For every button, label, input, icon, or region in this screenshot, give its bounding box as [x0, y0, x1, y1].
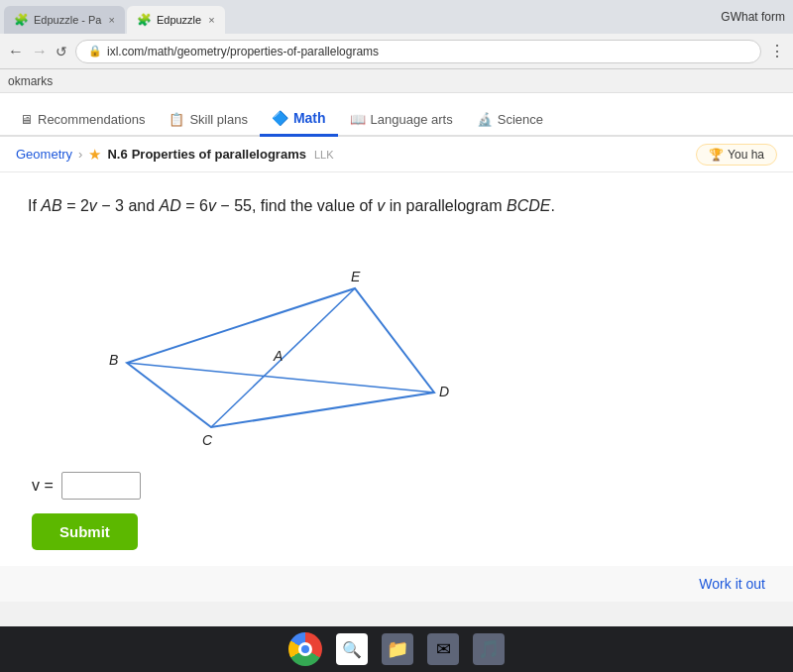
label-E: E	[351, 269, 361, 284]
tab-math[interactable]: 🔷 Math	[260, 102, 338, 137]
problem-text: If AB = 2v − 3 and AD = 6v − 55, find th…	[28, 194, 765, 218]
science-icon: 🔬	[477, 112, 493, 127]
tab-label: Edpuzzle - Pa	[34, 14, 101, 26]
bookmarks-bar: okmarks	[0, 69, 793, 93]
parallelogram-diagram: B C D E A	[48, 234, 464, 452]
work-it-out-link[interactable]: Work it out	[699, 576, 765, 592]
reload-button[interactable]: ↺	[56, 44, 67, 59]
tab-icon: 🧩	[14, 13, 29, 27]
browser-tab-edpuzzle[interactable]: 🧩 Edpuzzle ×	[127, 6, 225, 34]
label-C: C	[202, 432, 213, 448]
language-arts-icon: 📖	[350, 112, 366, 127]
taskbar: 🔍 📁 ✉ 🎵	[0, 626, 793, 672]
nav-tabs-bar: 🖥 Recommendations 📋 Skill plans 🔷 Math 📖…	[0, 93, 793, 137]
diagram-container: B C D E A	[48, 234, 765, 456]
taskbar-chrome-icon[interactable]	[288, 632, 322, 666]
you-have-label: You ha	[728, 148, 764, 162]
main-content: If AB = 2v − 3 and AD = 6v − 55, find th…	[0, 172, 793, 566]
address-text: ixl.com/math/geometry/properties-of-para…	[107, 45, 379, 58]
tab-recommendations[interactable]: 🖥 Recommendations	[8, 104, 157, 137]
tab-label-active: Edpuzzle	[157, 14, 201, 26]
back-button[interactable]: ←	[8, 43, 24, 60]
answer-section: v =	[28, 472, 765, 500]
work-it-out-section: Work it out	[0, 566, 793, 602]
tab-science[interactable]: 🔬 Science	[465, 104, 555, 137]
breadcrumb-chevron: ›	[78, 147, 82, 162]
taskbar-music-icon[interactable]: 🎵	[473, 633, 505, 665]
taskbar-folder-icon[interactable]: 📁	[382, 633, 413, 665]
address-bar[interactable]: 🔒 ixl.com/math/geometry/properties-of-pa…	[75, 40, 761, 63]
tab-language-arts[interactable]: 📖 Language arts	[338, 104, 465, 137]
label-D: D	[439, 384, 449, 399]
problem-text-span: If AB = 2v − 3 and AD = 6v − 55, find th…	[28, 197, 555, 214]
taskbar-search-icon[interactable]: 🔍	[336, 633, 368, 665]
breadcrumb-bar: Geometry › ★ N.6 Properties of parallelo…	[0, 137, 793, 172]
variable-label: v =	[32, 477, 54, 495]
trophy-icon: 🏆	[709, 148, 724, 162]
forward-button[interactable]: →	[32, 43, 48, 60]
taskbar-mail-icon[interactable]: ✉	[427, 633, 459, 665]
breadcrumb-skill-id: N.6	[107, 147, 127, 162]
label-A: A	[273, 348, 283, 364]
breadcrumb-skill-name: Properties of parallelograms	[132, 147, 306, 162]
tab-close-active-icon[interactable]: ×	[208, 14, 214, 26]
lock-icon: 🔒	[88, 45, 102, 57]
bookmarks-label: okmarks	[8, 74, 53, 88]
browser-tab-edpuzzle-pa[interactable]: 🧩 Edpuzzle - Pa ×	[4, 6, 125, 34]
recommendations-icon: 🖥	[20, 112, 33, 127]
answer-input[interactable]	[61, 472, 141, 500]
breadcrumb-subject[interactable]: Geometry	[16, 147, 72, 162]
tab-icon-active: 🧩	[137, 13, 152, 27]
tab-close-icon[interactable]: ×	[108, 14, 114, 26]
tab-skill-plans[interactable]: 📋 Skill plans	[157, 104, 260, 137]
svg-line-2	[211, 288, 355, 427]
math-icon: 🔷	[272, 110, 288, 126]
more-options-icon[interactable]: ⋮	[769, 42, 785, 60]
you-have-badge: 🏆 You ha	[696, 144, 777, 166]
svg-line-1	[127, 363, 434, 392]
breadcrumb-code: LLK	[314, 149, 334, 161]
browser-search-hint: G What form	[713, 0, 793, 34]
breadcrumb-star-icon[interactable]: ★	[88, 146, 101, 164]
label-B: B	[109, 352, 118, 368]
skill-plans-icon: 📋	[169, 112, 184, 127]
submit-button[interactable]: Submit	[32, 513, 138, 550]
